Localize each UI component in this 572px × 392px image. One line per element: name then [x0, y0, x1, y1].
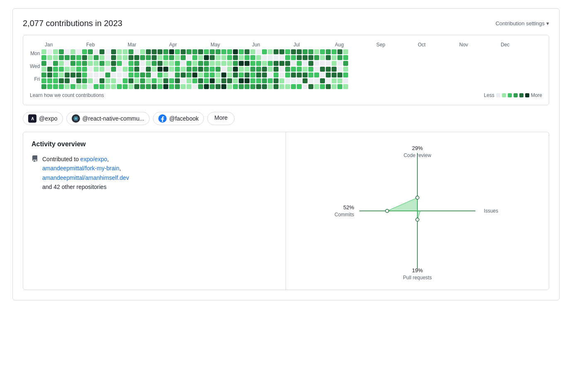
- grid-cell: [76, 55, 81, 60]
- grid-cell: [204, 55, 209, 60]
- grid-cell: [158, 67, 162, 72]
- grid-cell: [297, 55, 302, 60]
- header-row: 2,077 contributions in 2023 Contribution…: [23, 19, 549, 28]
- grid-cell: [59, 78, 64, 83]
- grid-cell: [221, 67, 226, 72]
- contribution-settings-button[interactable]: Contribution settings ▾: [495, 20, 549, 27]
- org-tag-react-native[interactable]: @react-native-commu...: [66, 112, 150, 125]
- legend-cell-2: [508, 93, 512, 97]
- facebook-icon: [158, 114, 167, 123]
- grid-cell: [250, 84, 255, 89]
- repo-link-fork-my-brain[interactable]: amandeepmittal/fork-my-brain: [42, 165, 119, 172]
- grid-cell: [239, 78, 244, 83]
- grid-cell: [47, 73, 52, 77]
- grid-cell: [204, 67, 209, 72]
- grid-cell: [198, 78, 203, 83]
- grid-cell: [82, 78, 87, 83]
- grid-cell: [343, 67, 348, 72]
- org-tag-facebook[interactable]: @facebook: [153, 112, 204, 125]
- grid-cell: [146, 78, 151, 83]
- grid-cell: [128, 67, 133, 72]
- grid-cell: [279, 67, 284, 72]
- grid-cell: [181, 78, 186, 83]
- grid-cell: [65, 61, 70, 66]
- grid-cell: [152, 55, 157, 60]
- grid-cell: [53, 49, 58, 54]
- grid-cell: [210, 55, 215, 60]
- day-label: [30, 70, 40, 76]
- grid-cell: [227, 49, 232, 54]
- repository-icon: [32, 155, 38, 163]
- grid-cell: [169, 84, 174, 89]
- grid-cell: [70, 61, 75, 66]
- grid-cell: [47, 55, 52, 60]
- grid-cell: [152, 67, 157, 72]
- grid-cell: [274, 84, 279, 89]
- grid-cell: [204, 49, 209, 54]
- grid-cell: [88, 78, 93, 83]
- day-label: [30, 57, 40, 63]
- grid-cell: [245, 49, 250, 54]
- learn-contributions-link[interactable]: Learn how we count contributions: [30, 92, 104, 98]
- grid-cell: [337, 67, 342, 72]
- grid-cell: [245, 78, 250, 83]
- grid-cell: [47, 84, 52, 89]
- legend-cell-1: [502, 93, 506, 97]
- grid-cell: [320, 55, 325, 60]
- repo-link-expo[interactable]: expo/expo: [80, 156, 107, 162]
- grid-cell: [65, 67, 70, 72]
- grid-cell: [274, 78, 279, 83]
- grid-cell: [88, 55, 93, 60]
- grid-cell: [262, 84, 267, 89]
- grid-cell: [320, 49, 325, 54]
- grid-cell: [262, 73, 267, 77]
- grid-cell: [65, 49, 70, 54]
- grid-cell: [152, 73, 157, 77]
- grid-row: [41, 78, 542, 83]
- grid-cell: [221, 61, 226, 66]
- grid-cell: [303, 61, 308, 66]
- legend-cell-4: [519, 93, 524, 97]
- grid-cell: [291, 78, 296, 83]
- grid-cell: [314, 49, 319, 54]
- month-label: May: [211, 42, 252, 48]
- grid-cell: [117, 61, 122, 66]
- grid-cell: [70, 67, 75, 72]
- grid-cell: [332, 67, 337, 72]
- grid-cell: [82, 55, 87, 60]
- grid-cell: [308, 78, 313, 83]
- more-button[interactable]: More: [207, 112, 235, 125]
- grid-cell: [105, 84, 110, 89]
- grid-cell: [285, 55, 290, 60]
- grid-cell: [332, 61, 337, 66]
- grid-cell: [47, 78, 52, 83]
- grid-cell: [169, 61, 174, 66]
- grid-cell: [192, 61, 197, 66]
- grid-cell: [343, 78, 348, 83]
- org-tag-expo[interactable]: ∧ @expo: [23, 112, 63, 125]
- grid-cell: [76, 84, 81, 89]
- grid-cell: [175, 78, 180, 83]
- commits-point: [385, 209, 389, 213]
- commits-label: 52% Commits: [334, 204, 354, 218]
- grid-cell: [140, 49, 145, 54]
- grid-cell: [134, 49, 139, 54]
- grid-cell: [88, 61, 93, 66]
- grid-cell: [268, 73, 273, 77]
- grid-cell: [76, 73, 81, 77]
- grid-cell: [192, 73, 197, 77]
- grid-cell: [134, 84, 139, 89]
- grid-cell: [175, 73, 180, 77]
- grid-cell: [221, 78, 226, 83]
- grid-cell: [111, 61, 116, 66]
- grid-cell: [221, 55, 226, 60]
- grid-row: [41, 55, 542, 60]
- repo-link-amanhimself[interactable]: amandeepmittal/amanhimself.dev: [42, 174, 129, 181]
- grid-cell: [216, 84, 221, 89]
- grid-cell: [41, 55, 46, 60]
- grid-cell: [146, 49, 151, 54]
- grid-cell: [337, 84, 342, 89]
- grid-cell: [134, 61, 139, 66]
- svg-point-0: [75, 118, 77, 119]
- grid-cell: [187, 84, 191, 89]
